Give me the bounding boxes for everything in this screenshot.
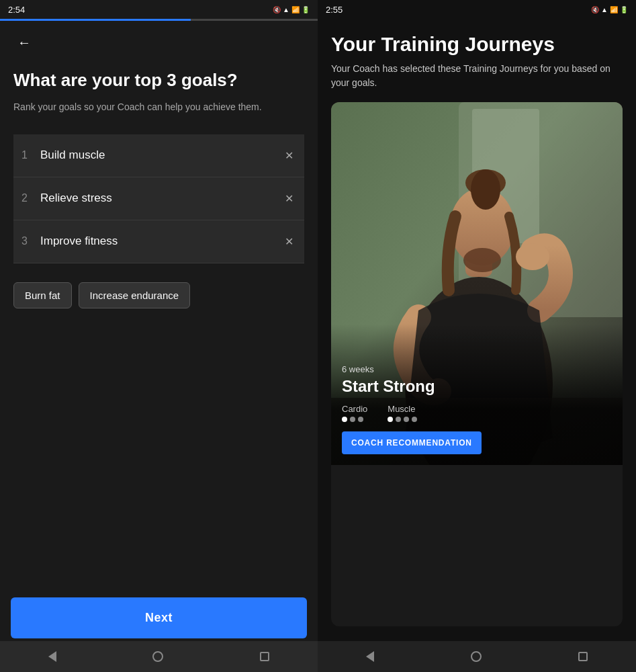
right-content: Your Training Journeys Your Coach has se… [318,19,636,672]
chip-burn-fat[interactable]: Burn fat [13,282,72,308]
journey-image: 6 weeks Start Strong Cardio M [331,102,623,465]
left-panel: 2:54 🔇 ▲ 📶 🔋 ← What are your top 3 goals… [0,0,318,672]
goal-item-1[interactable]: 1 Build muscle ✕ [13,134,304,177]
signal-icon-left: 📶 [291,6,300,13]
goals-list: 1 Build muscle ✕ 2 Relieve stress ✕ 3 Im… [13,134,304,263]
goal-label-1: Build muscle [40,149,282,162]
bottom-nav-left [0,641,318,672]
muscle-label: Muscle [388,404,417,414]
journey-overlay: 6 weeks Start Strong Cardio M [331,324,623,465]
status-bar-right: 2:55 🔇 ▲ 📶 🔋 [318,0,636,19]
wifi-icon-right: ▲ [601,6,608,13]
back-nav-icon-right[interactable] [366,651,374,662]
journey-duration: 6 weeks [342,364,612,374]
training-subtitle: Your Coach has selected these Training J… [331,62,623,90]
back-button[interactable]: ← [13,32,35,53]
journey-name: Start Strong [342,377,612,396]
training-title: Your Training Journeys [331,32,623,56]
muscle-dot-4 [412,417,417,422]
svg-point-9 [516,243,549,270]
goal-remove-2[interactable]: ✕ [282,190,296,208]
cardio-dots [342,417,367,422]
next-button-container: Next [0,597,318,638]
journey-stats: Cardio Muscle [342,404,612,422]
status-icons-right: 🔇 ▲ 📶 🔋 [591,6,628,13]
question-title: What are your top 3 goals? [13,69,304,92]
status-icons-left: 🔇 ▲ 📶 🔋 [273,6,310,13]
battery-icon-left: 🔋 [302,6,310,13]
battery-icon-right: 🔋 [620,6,628,13]
goal-remove-3[interactable]: ✕ [282,233,296,251]
back-arrow-icon: ← [17,35,31,50]
goal-number-3: 3 [21,235,40,247]
wifi-icon-left: ▲ [283,6,289,13]
next-button[interactable]: Next [11,597,307,638]
goal-item-3[interactable]: 3 Improve fitness ✕ [13,220,304,263]
muscle-dot-3 [404,417,409,422]
status-time-left: 2:54 [8,5,25,15]
signal-icon-right: 📶 [610,6,618,13]
cardio-dot-1 [342,417,347,422]
muscle-dots [388,417,417,422]
mute-icon: 🔇 [273,6,281,13]
goal-item-2[interactable]: 2 Relieve stress ✕ [13,177,304,220]
left-content: ← What are your top 3 goals? Rank your g… [0,21,318,672]
muscle-dot-2 [396,417,401,422]
right-panel: 2:55 🔇 ▲ 📶 🔋 Your Training Journeys Your… [318,0,636,672]
svg-point-8 [463,248,501,272]
recents-nav-icon[interactable] [260,652,269,661]
cardio-dot-2 [350,417,355,422]
home-nav-icon[interactable] [152,651,163,662]
cardio-stat: Cardio [342,404,367,422]
goal-label-3: Improve fitness [40,235,282,248]
coach-recommendation-button[interactable]: COACH RECOMMENDATION [342,431,482,454]
svg-point-7 [471,169,500,210]
goal-number-2: 2 [21,192,40,204]
recents-nav-icon-right[interactable] [578,652,588,661]
extra-goals: Burn fat Increase endurance [13,282,304,308]
status-time-right: 2:55 [326,5,343,15]
cardio-dot-3 [358,417,363,422]
cardio-label: Cardio [342,404,367,414]
goal-number-1: 1 [21,149,40,161]
home-nav-icon-right[interactable] [471,651,482,662]
question-subtitle: Rank your goals so your Coach can help y… [13,100,304,114]
bottom-nav-right [318,641,636,672]
back-nav-icon[interactable] [48,651,56,662]
status-bar-left: 2:54 🔇 ▲ 📶 🔋 [0,0,318,19]
muscle-stat: Muscle [388,404,417,422]
chip-increase-endurance[interactable]: Increase endurance [79,282,191,308]
goal-remove-1[interactable]: ✕ [282,146,296,165]
journey-card[interactable]: 6 weeks Start Strong Cardio M [331,102,623,626]
goal-label-2: Relieve stress [40,192,282,205]
muscle-dot-1 [388,417,393,422]
mute-icon-right: 🔇 [591,6,599,13]
